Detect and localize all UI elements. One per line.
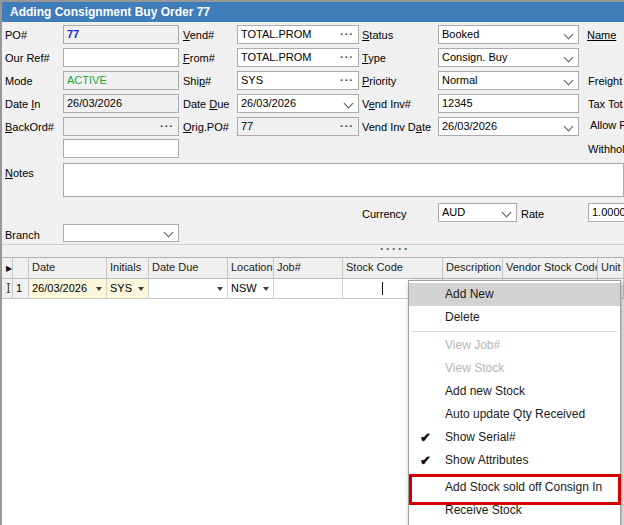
- checkmark-icon: ✔: [420, 426, 431, 449]
- chevron-down-icon: [564, 122, 574, 132]
- cell-location[interactable]: NSW: [228, 279, 274, 299]
- mode-value: ACTIVE: [67, 72, 107, 89]
- date-due-dropdown[interactable]: 26/03/2026: [237, 94, 359, 113]
- combo-arrow-icon: [138, 287, 144, 291]
- mode-field: ACTIVE: [63, 71, 179, 90]
- column-header-row-number[interactable]: [13, 258, 29, 279]
- browse-icon[interactable]: ···: [340, 72, 354, 89]
- currency-dropdown[interactable]: AUD: [438, 203, 517, 222]
- row-edit-indicator[interactable]: I: [2, 279, 13, 299]
- menu-item-show-serial[interactable]: ✔Show Serial#: [409, 426, 620, 449]
- menu-item-auto-update-qty-received[interactable]: Auto update Qty Received: [409, 403, 620, 426]
- cell-value: NSW: [231, 282, 257, 294]
- date-in-field[interactable]: 26/03/2026: [63, 94, 179, 113]
- menu-item-view-stock: View Stock: [409, 357, 620, 380]
- column-header-initials[interactable]: Initials: [107, 258, 149, 279]
- cell-job[interactable]: [274, 279, 343, 299]
- checkmark-icon: ✔: [420, 449, 431, 472]
- chevron-down-icon: [502, 208, 512, 218]
- annotation-red-box: [409, 474, 621, 505]
- priority-value: Normal: [442, 72, 477, 89]
- vend-field[interactable]: TOTAL.PROM ···: [237, 25, 359, 44]
- column-header-unit[interactable]: Unit: [598, 258, 624, 279]
- column-header-date[interactable]: Date: [29, 258, 107, 279]
- column-header-location[interactable]: Location: [228, 258, 274, 279]
- splitter-grip-icon: ·····: [355, 242, 435, 256]
- form-grid-splitter[interactable]: ·····: [2, 244, 624, 257]
- currency-value: AUD: [442, 204, 465, 221]
- mode-label: Mode: [5, 74, 33, 88]
- ref2-field[interactable]: [63, 139, 179, 158]
- date-due-label: Date Due: [183, 97, 230, 111]
- edit-caret-icon: I: [5, 282, 11, 296]
- orig-po-value: 77: [241, 118, 253, 135]
- status-value: Booked: [442, 26, 479, 43]
- chevron-down-icon: [564, 30, 574, 40]
- date-in-value: 26/03/2026: [67, 95, 122, 112]
- grid-header-row: ▶DateInitialsDate DueLocationJob#Stock C…: [2, 258, 624, 279]
- menu-item-delete[interactable]: Delete: [409, 306, 620, 329]
- ship-field[interactable]: SYS ···: [237, 71, 359, 90]
- chevron-down-icon: [344, 99, 354, 109]
- menu-item-add-new[interactable]: Add New: [409, 283, 620, 306]
- date-due-value: 26/03/2026: [241, 95, 296, 112]
- menu-item-view-job: View Job#: [409, 334, 620, 357]
- cell-value: 26/03/2026: [32, 282, 87, 294]
- tax-total-label: Tax Tot: [588, 97, 623, 111]
- chevron-down-icon: [564, 76, 574, 86]
- vend-inv-field[interactable]: 12345: [438, 94, 579, 113]
- browse-icon[interactable]: ···: [160, 118, 174, 135]
- cell-date[interactable]: 26/03/2026: [29, 279, 107, 299]
- chevron-down-icon: [164, 228, 174, 238]
- po-field[interactable]: 77: [63, 25, 179, 44]
- notes-field[interactable]: [63, 163, 624, 197]
- window-border-top: [0, 0, 624, 2]
- application-window: Adding Consignment Buy Order 77 PO# 77 V…: [0, 0, 624, 525]
- vend-inv-date-dropdown[interactable]: 26/03/2026: [438, 117, 579, 136]
- menu-item-add-new-stock[interactable]: Add new Stock: [409, 380, 620, 403]
- rate-value: 1.0000: [592, 204, 624, 221]
- window-titlebar[interactable]: Adding Consignment Buy Order 77: [2, 2, 624, 22]
- column-header-description[interactable]: Description: [443, 258, 503, 279]
- rate-field[interactable]: 1.0000: [588, 203, 624, 222]
- backord-label: BackOrd#: [5, 120, 54, 134]
- menu-item-show-attributes[interactable]: ✔Show Attributes: [409, 449, 620, 472]
- cell-num[interactable]: 1: [13, 279, 29, 299]
- our-ref-field[interactable]: [63, 48, 179, 67]
- vend-inv-date-label: Vend Inv Date: [362, 120, 431, 134]
- from-field[interactable]: TOTAL.PROM ···: [237, 48, 359, 67]
- ship-label: Ship#: [183, 74, 211, 88]
- ship-value: SYS: [241, 72, 263, 89]
- priority-dropdown[interactable]: Normal: [438, 71, 579, 90]
- column-header-job[interactable]: Job#: [274, 258, 343, 279]
- branch-dropdown[interactable]: [63, 224, 179, 242]
- rate-label: Rate: [521, 207, 544, 221]
- allow-p-label: Allow P: [590, 118, 624, 132]
- freight-label: Freight: [588, 74, 622, 88]
- browse-icon[interactable]: ···: [340, 118, 354, 135]
- menu-item-label: Add new Stock: [445, 384, 525, 398]
- window-title: Adding Consignment Buy Order 77: [10, 5, 210, 19]
- cell-value: SYS: [110, 282, 132, 294]
- branch-label: Branch: [5, 228, 40, 242]
- column-header-vendor-stock-code[interactable]: Vendor Stock Code: [503, 258, 598, 279]
- status-dropdown[interactable]: Booked: [438, 25, 579, 44]
- status-label: Status: [362, 28, 393, 42]
- backord-field[interactable]: ···: [63, 117, 179, 136]
- orig-po-label: Orig.PO#: [183, 120, 229, 134]
- type-dropdown[interactable]: Consign. Buy: [438, 48, 579, 67]
- cell-date-due[interactable]: [149, 279, 228, 299]
- column-header-stock-code[interactable]: Stock Code: [343, 258, 443, 279]
- from-value: TOTAL.PROM: [241, 49, 312, 66]
- browse-icon[interactable]: ···: [340, 49, 354, 66]
- po-label: PO#: [5, 28, 27, 42]
- window-border-left: [0, 0, 2, 525]
- vend-inv-value: 12345: [442, 95, 473, 112]
- orig-po-field[interactable]: 77 ···: [237, 117, 359, 136]
- column-header-row-pointer[interactable]: ▶: [2, 258, 13, 279]
- cell-initials[interactable]: SYS: [107, 279, 149, 299]
- notes-label: Notes: [5, 166, 34, 180]
- browse-icon[interactable]: ···: [340, 26, 354, 43]
- column-header-date-due[interactable]: Date Due: [149, 258, 228, 279]
- text-caret: [382, 282, 383, 295]
